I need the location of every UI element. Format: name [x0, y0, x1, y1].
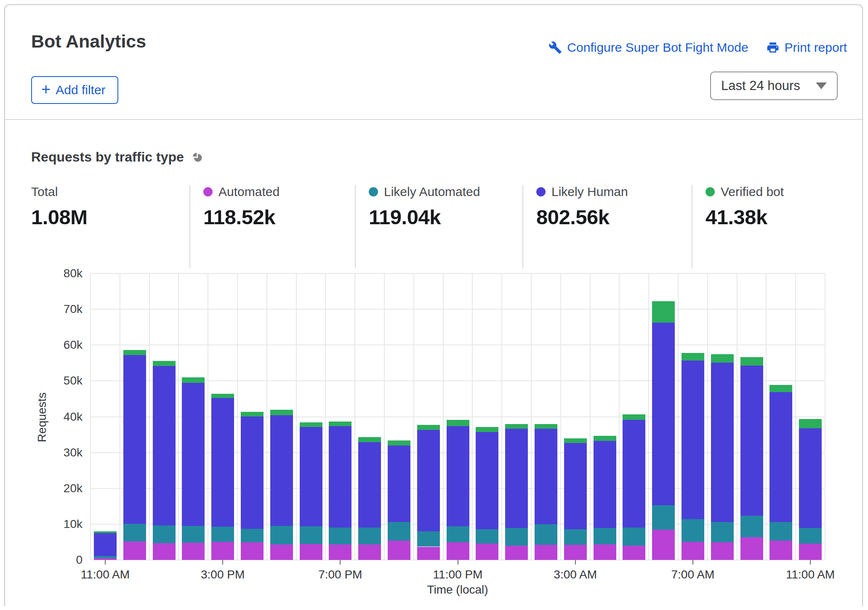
bar-6-00-am-likely-automated[interactable] — [652, 505, 675, 530]
bar-2-00-am-automated[interactable] — [535, 545, 557, 560]
bar-8-00-pm-verified-bot[interactable] — [358, 437, 381, 442]
bar-2-00-am-likely-automated[interactable] — [535, 524, 557, 545]
bar-6-00-pm-likely-human[interactable] — [300, 427, 322, 526]
bar-4-00-am-verified-bot[interactable] — [594, 436, 616, 441]
bar-11-00-am-verified-bot[interactable] — [94, 531, 117, 533]
bar-3-00-pm-likely-automated[interactable] — [211, 527, 234, 542]
bar-5-00-am-likely-human[interactable] — [623, 420, 645, 527]
bar-10-00-am-likely-human[interactable] — [769, 392, 792, 522]
bar-7-00-pm-likely-automated[interactable] — [329, 528, 351, 544]
bar-11-00-am-verified-bot[interactable] — [799, 419, 822, 428]
bar-6-00-am-likely-human[interactable] — [652, 323, 675, 505]
bar-2-00-am-verified-bot[interactable] — [535, 424, 557, 429]
bar-9-00-pm-likely-automated[interactable] — [388, 522, 410, 541]
bar-7-00-am-verified-bot[interactable] — [682, 353, 704, 361]
bar-10-00-am-automated[interactable] — [769, 541, 792, 560]
bar-3-00-am-likely-automated[interactable] — [564, 529, 587, 545]
time-range-select[interactable]: Last 24 hours — [710, 72, 838, 100]
bar-8-00-pm-likely-automated[interactable] — [358, 528, 381, 545]
bar-4-00-pm-automated[interactable] — [241, 542, 264, 560]
add-filter-button[interactable]: + Add filter — [31, 76, 118, 104]
bar-11-00-pm-likely-automated[interactable] — [447, 526, 469, 542]
bar-9-00-pm-likely-human[interactable] — [388, 446, 410, 522]
bar-4-00-pm-verified-bot[interactable] — [241, 412, 264, 416]
bar-11-00-pm-automated[interactable] — [447, 542, 469, 560]
bar-6-00-pm-verified-bot[interactable] — [300, 422, 322, 427]
bar-2-00-pm-likely-human[interactable] — [182, 383, 205, 526]
bar-3-00-am-likely-human[interactable] — [564, 443, 587, 529]
bar-12-00-am-automated[interactable] — [476, 544, 498, 560]
bar-10-00-pm-automated[interactable] — [417, 547, 440, 560]
bar-11-00-am-likely-human[interactable] — [94, 533, 117, 556]
bar-12-00-pm-automated[interactable] — [123, 541, 146, 560]
bar-11-00-pm-verified-bot[interactable] — [447, 420, 469, 426]
bar-9-00-am-likely-automated[interactable] — [740, 516, 763, 537]
bar-5-00-pm-automated[interactable] — [270, 544, 293, 560]
bar-1-00-pm-likely-human[interactable] — [153, 366, 176, 525]
bar-12-00-pm-likely-automated[interactable] — [123, 524, 146, 541]
bar-7-00-pm-likely-human[interactable] — [329, 426, 351, 528]
bar-12-00-am-likely-automated[interactable] — [476, 529, 498, 544]
bar-11-00-am-likely-automated[interactable] — [799, 528, 822, 544]
bar-7-00-pm-verified-bot[interactable] — [329, 422, 351, 427]
bar-1-00-am-automated[interactable] — [505, 546, 528, 560]
bar-8-00-am-automated[interactable] — [711, 542, 734, 560]
bar-8-00-pm-likely-human[interactable] — [358, 442, 381, 528]
bar-8-00-am-likely-automated[interactable] — [711, 522, 734, 543]
bar-12-00-pm-verified-bot[interactable] — [123, 350, 146, 355]
bar-1-00-pm-likely-automated[interactable] — [153, 525, 176, 543]
bar-5-00-am-verified-bot[interactable] — [623, 414, 645, 420]
bar-11-00-am-likely-automated[interactable] — [94, 556, 117, 558]
bar-10-00-am-likely-automated[interactable] — [769, 522, 792, 541]
bar-2-00-am-likely-human[interactable] — [535, 429, 557, 524]
bar-2-00-pm-verified-bot[interactable] — [182, 377, 205, 383]
bar-4-00-am-likely-automated[interactable] — [594, 528, 616, 544]
bar-4-00-am-likely-human[interactable] — [594, 441, 616, 528]
bar-3-00-pm-automated[interactable] — [211, 542, 234, 560]
bar-11-00-pm-likely-human[interactable] — [447, 426, 469, 526]
bar-2-00-pm-automated[interactable] — [182, 543, 205, 560]
bar-5-00-pm-verified-bot[interactable] — [270, 410, 293, 415]
bar-9-00-pm-verified-bot[interactable] — [388, 440, 410, 446]
print-report-link[interactable]: Print report — [766, 40, 847, 55]
bar-10-00-pm-likely-automated[interactable] — [417, 531, 440, 547]
bar-8-00-am-verified-bot[interactable] — [711, 354, 734, 363]
bar-1-00-am-likely-human[interactable] — [505, 429, 528, 528]
bar-3-00-pm-likely-human[interactable] — [211, 398, 234, 527]
bar-7-00-am-automated[interactable] — [682, 542, 704, 560]
bar-5-00-pm-likely-human[interactable] — [270, 415, 293, 526]
bar-9-00-am-likely-human[interactable] — [740, 366, 763, 516]
bar-5-00-am-likely-automated[interactable] — [623, 528, 645, 546]
bar-7-00-am-likely-automated[interactable] — [682, 519, 704, 542]
bar-8-00-am-likely-human[interactable] — [711, 363, 734, 522]
bar-12-00-pm-likely-human[interactable] — [123, 355, 146, 524]
configure-super-bot-fight-mode-link[interactable]: Configure Super Bot Fight Mode — [548, 40, 748, 55]
bar-4-00-pm-likely-human[interactable] — [241, 416, 264, 529]
bar-3-00-am-verified-bot[interactable] — [564, 438, 587, 443]
bar-3-00-pm-verified-bot[interactable] — [211, 394, 234, 398]
bar-6-00-pm-automated[interactable] — [300, 544, 322, 560]
bar-5-00-pm-likely-automated[interactable] — [270, 526, 293, 544]
bar-11-00-am-automated[interactable] — [799, 544, 822, 560]
bar-3-00-am-automated[interactable] — [564, 545, 587, 560]
bar-10-00-am-verified-bot[interactable] — [769, 385, 792, 392]
bar-9-00-am-verified-bot[interactable] — [740, 357, 763, 366]
bar-12-00-am-likely-human[interactable] — [476, 432, 498, 529]
bar-9-00-pm-automated[interactable] — [388, 541, 410, 560]
bar-1-00-pm-verified-bot[interactable] — [153, 361, 176, 366]
bar-6-00-pm-likely-automated[interactable] — [300, 526, 322, 544]
bar-10-00-pm-verified-bot[interactable] — [417, 425, 440, 430]
bar-5-00-am-automated[interactable] — [623, 546, 645, 560]
bar-1-00-pm-automated[interactable] — [153, 543, 176, 560]
bar-1-00-am-verified-bot[interactable] — [505, 424, 528, 429]
bar-11-00-am-likely-human[interactable] — [799, 428, 822, 528]
bar-1-00-am-likely-automated[interactable] — [505, 528, 528, 546]
bar-4-00-pm-likely-automated[interactable] — [241, 529, 264, 542]
bar-6-00-am-verified-bot[interactable] — [652, 301, 675, 323]
bar-2-00-pm-likely-automated[interactable] — [182, 526, 205, 543]
bar-7-00-pm-automated[interactable] — [329, 544, 351, 560]
bar-6-00-am-automated[interactable] — [652, 530, 675, 560]
bar-8-00-pm-automated[interactable] — [358, 544, 381, 560]
bar-4-00-am-automated[interactable] — [594, 544, 616, 560]
bar-7-00-am-likely-human[interactable] — [682, 361, 704, 519]
